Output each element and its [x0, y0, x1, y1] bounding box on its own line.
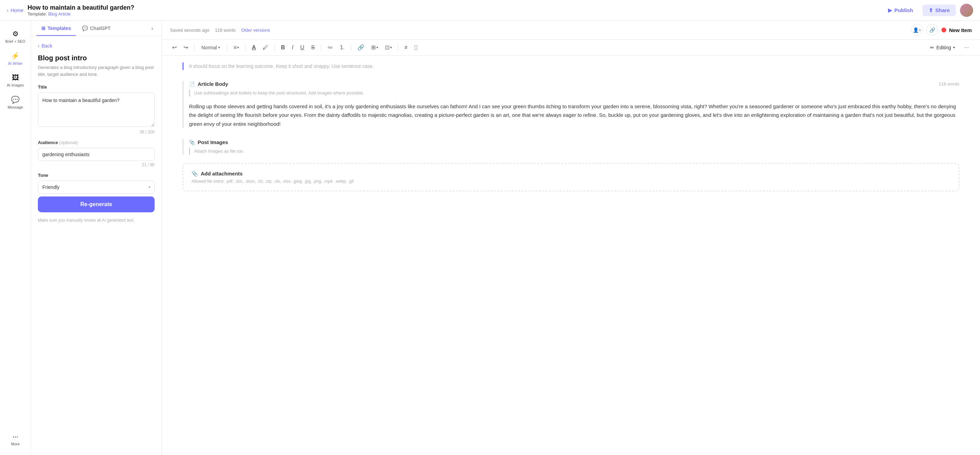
- audience-input[interactable]: [38, 148, 154, 161]
- format-label: Normal: [202, 45, 217, 50]
- undo-icon: ↩: [172, 44, 177, 51]
- home-label: Home: [11, 8, 24, 13]
- editing-mode-button[interactable]: ✏ Editing ▾: [927, 43, 958, 53]
- strikethrough-alt-icon: ≠: [405, 45, 408, 51]
- back-button[interactable]: ‹ Back: [38, 43, 154, 49]
- chevron-down-icon: ▾: [376, 46, 378, 49]
- sidebar-item-ai-writer[interactable]: ⚡ AI Writer: [2, 48, 29, 69]
- add-user-icon: 👤+: [913, 27, 921, 33]
- panel-disclaimer: Make sure you manually review all AI gen…: [38, 217, 154, 224]
- bullet-list-button[interactable]: ≔: [325, 43, 335, 52]
- toolbar-more-button[interactable]: ···: [961, 42, 972, 53]
- chevron-down-icon: ▾: [953, 46, 955, 49]
- editor-topbar: Saved seconds ago 116 words Older versio…: [162, 21, 980, 40]
- bold-icon: B: [281, 45, 285, 51]
- add-user-icon-button[interactable]: 👤+: [911, 24, 923, 36]
- article-body-section: 📄 Article Body 116 words Use subheadings…: [183, 81, 959, 128]
- sidebar-item-brief-seo[interactable]: ⚙ Brief + SEO: [2, 26, 29, 47]
- sidebar-item-label: More: [11, 442, 20, 446]
- highlight-icon: 🖊: [263, 45, 268, 51]
- template-link[interactable]: Blog Article: [48, 11, 71, 16]
- toolbar-divider-7: [398, 44, 398, 51]
- sidebar-item-more[interactable]: ··· More: [2, 429, 29, 450]
- table-icon: ⊞: [371, 44, 375, 51]
- redo-icon: ↪: [183, 44, 188, 51]
- tone-label: Tone: [38, 173, 154, 178]
- panel-tabs: ⊞ Templates 💬 ChatGPT ›: [31, 21, 162, 36]
- share-button[interactable]: ⬆ Share: [923, 5, 956, 16]
- strikethrough-button[interactable]: S: [309, 43, 317, 52]
- attachments-area[interactable]: 📎 Add attachments Allowed file extns: .p…: [183, 163, 959, 191]
- bold-button[interactable]: B: [279, 43, 287, 52]
- panel-body: ‹ Back Blog post intro Generates a blog …: [31, 36, 162, 455]
- link-icon: 🔗: [358, 44, 364, 51]
- code-button[interactable]: ⌷: [412, 43, 420, 52]
- sidebar-item-ai-images[interactable]: 🖼 AI Images: [2, 70, 29, 91]
- panel-section-title: Blog post intro: [38, 54, 154, 62]
- page-subtitle: Template: Blog Article: [27, 11, 878, 16]
- new-item-dot: [942, 27, 946, 32]
- attach-desc: Allowed file extns: .pdf, .doc, .docx, .…: [191, 179, 950, 184]
- topbar-actions: ▶ Publish ⬆ Share: [883, 4, 973, 17]
- sidebar-item-label: Brief + SEO: [5, 39, 25, 43]
- new-item-button[interactable]: New Item: [942, 27, 972, 33]
- audience-char-count: 21 / 80: [38, 162, 154, 167]
- chevron-down-icon-small: ▾: [237, 46, 239, 49]
- home-button[interactable]: ‹ Home: [7, 8, 24, 13]
- title-textarea[interactable]: [38, 93, 154, 127]
- audience-label: Audience (optional): [38, 140, 154, 145]
- numbered-list-button[interactable]: 1.: [338, 43, 347, 52]
- undo-button[interactable]: ↩: [170, 43, 179, 52]
- text-color-button[interactable]: A: [250, 43, 258, 52]
- chatgpt-icon: 💬: [82, 26, 88, 31]
- editor-meta: Saved seconds ago 116 words Older versio…: [170, 27, 905, 33]
- sidebar-item-message[interactable]: 💬 Message: [2, 92, 29, 113]
- ai-images-icon: 🖼: [12, 74, 19, 82]
- panel-collapse-button[interactable]: ›: [148, 22, 156, 35]
- format-select[interactable]: Normal ▾: [199, 43, 223, 52]
- article-section-header: 📄 Article Body 116 words: [189, 81, 959, 87]
- numbered-list-icon: 1.: [340, 45, 344, 51]
- toolbar-divider-3: [245, 44, 245, 51]
- share-icon: ⬆: [929, 7, 933, 13]
- italic-button[interactable]: I: [290, 43, 296, 52]
- editor-area: Saved seconds ago 116 words Older versio…: [162, 21, 980, 455]
- regenerate-button[interactable]: Re-generate: [38, 196, 154, 212]
- saved-text: Saved seconds ago: [170, 27, 209, 33]
- brief-seo-icon: ⚙: [13, 30, 19, 38]
- editor-icons: 👤+ 🔗 New Item: [911, 24, 972, 36]
- article-body-text[interactable]: Rolling up those sleeves and getting han…: [189, 102, 959, 129]
- layout-button[interactable]: ⊡ ▾: [383, 43, 394, 52]
- panel: ⊞ Templates 💬 ChatGPT › ‹ Back Blog post…: [31, 21, 162, 455]
- strikethrough-alt-button[interactable]: ≠: [402, 43, 410, 52]
- toolbar-divider-2: [227, 44, 227, 51]
- align-button[interactable]: ≡ ▾: [231, 43, 241, 52]
- title-char-count: 35 / 200: [38, 129, 154, 134]
- share-link-icon-button[interactable]: 🔗: [926, 24, 938, 36]
- more-icon: ···: [13, 433, 18, 441]
- back-chevron-icon: ‹: [38, 43, 40, 49]
- attachment-icon: 📎: [191, 171, 198, 177]
- post-images-icon: 📎: [189, 140, 195, 145]
- avatar[interactable]: [960, 4, 973, 17]
- underline-button[interactable]: U: [298, 43, 307, 52]
- tone-select[interactable]: Friendly Professional Casual Formal: [38, 180, 154, 194]
- sidebar-item-label: AI Images: [7, 83, 24, 87]
- publish-button[interactable]: ▶ Publish: [883, 5, 918, 16]
- title-block: How to maintain a beautiful garden? Temp…: [27, 4, 878, 16]
- code-icon: ⌷: [414, 45, 418, 51]
- more-icon: ···: [964, 44, 969, 51]
- sidebar-item-label: Message: [8, 105, 23, 109]
- word-count: 116 words: [215, 27, 235, 33]
- italic-icon: I: [292, 45, 293, 51]
- highlight-button[interactable]: 🖊: [261, 43, 270, 52]
- underline-icon: U: [300, 45, 304, 51]
- link-button[interactable]: 🔗: [355, 43, 366, 52]
- sidebar-item-label: AI Writer: [8, 61, 23, 65]
- redo-button[interactable]: ↪: [181, 43, 190, 52]
- table-button[interactable]: ⊞ ▾: [369, 43, 380, 52]
- tab-chatgpt[interactable]: 💬 ChatGPT: [77, 21, 115, 36]
- tab-templates[interactable]: ⊞ Templates: [37, 21, 76, 36]
- new-item-label: New Item: [949, 27, 972, 33]
- older-versions-link[interactable]: Older versions: [241, 27, 270, 33]
